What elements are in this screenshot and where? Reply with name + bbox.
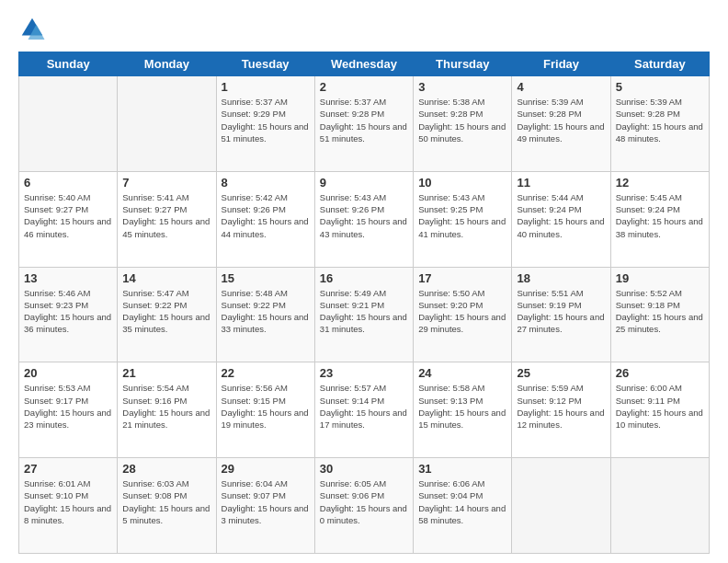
daylight: Daylight: 15 hours and 17 minutes. (320, 408, 407, 430)
calendar-cell: 3 Sunrise: 5:38 AM Sunset: 9:28 PM Dayli… (414, 76, 512, 172)
sunrise: Sunrise: 5:49 AM (320, 288, 386, 298)
sunrise: Sunrise: 6:00 AM (616, 383, 682, 393)
daylight: Daylight: 15 hours and 38 minutes. (616, 216, 703, 238)
calendar-header-row: SundayMondayTuesdayWednesdayThursdayFrid… (19, 52, 710, 76)
daylight: Daylight: 15 hours and 27 minutes. (517, 312, 604, 334)
sunrise: Sunrise: 5:56 AM (222, 383, 288, 393)
sunset: Sunset: 9:11 PM (616, 396, 680, 406)
day-number: 3 (418, 80, 506, 94)
day-info: Sunrise: 6:06 AM Sunset: 9:04 PM Dayligh… (418, 477, 506, 526)
day-info: Sunrise: 5:43 AM Sunset: 9:25 PM Dayligh… (418, 191, 506, 240)
weekday-header: Monday (118, 52, 216, 76)
sunrise: Sunrise: 5:58 AM (418, 383, 484, 393)
calendar-cell: 18 Sunrise: 5:51 AM Sunset: 9:19 PM Dayl… (512, 267, 610, 362)
weekday-header: Friday (512, 52, 610, 76)
day-info: Sunrise: 5:39 AM Sunset: 9:28 PM Dayligh… (616, 96, 704, 144)
calendar-cell: 29 Sunrise: 6:04 AM Sunset: 9:07 PM Dayl… (216, 458, 314, 554)
calendar-cell: 15 Sunrise: 5:48 AM Sunset: 9:22 PM Dayl… (216, 267, 314, 362)
daylight: Daylight: 15 hours and 46 minutes. (24, 216, 111, 238)
calendar-cell: 1 Sunrise: 5:37 AM Sunset: 9:29 PM Dayli… (216, 76, 314, 172)
sunrise: Sunrise: 5:38 AM (418, 97, 484, 107)
day-info: Sunrise: 5:59 AM Sunset: 9:12 PM Dayligh… (517, 382, 605, 431)
sunset: Sunset: 9:21 PM (320, 300, 384, 310)
day-info: Sunrise: 5:47 AM Sunset: 9:22 PM Dayligh… (122, 287, 210, 336)
day-info: Sunrise: 5:42 AM Sunset: 9:26 PM Dayligh… (222, 191, 310, 240)
sunrise: Sunrise: 5:41 AM (122, 192, 188, 202)
day-number: 24 (418, 366, 506, 380)
day-info: Sunrise: 5:51 AM Sunset: 9:19 PM Dayligh… (517, 287, 605, 336)
calendar-cell (19, 76, 118, 172)
weekday-header: Sunday (19, 52, 118, 76)
daylight: Daylight: 15 hours and 51 minutes. (222, 121, 309, 144)
day-info: Sunrise: 5:40 AM Sunset: 9:27 PM Dayligh… (24, 191, 112, 240)
calendar-cell: 27 Sunrise: 6:01 AM Sunset: 9:10 PM Dayl… (19, 458, 118, 554)
calendar-cell: 9 Sunrise: 5:43 AM Sunset: 9:26 PM Dayli… (314, 171, 413, 267)
weekday-header: Saturday (610, 52, 709, 76)
daylight: Daylight: 15 hours and 12 minutes. (517, 408, 604, 430)
calendar-cell: 17 Sunrise: 5:50 AM Sunset: 9:20 PM Dayl… (414, 267, 512, 362)
day-number: 12 (616, 176, 704, 190)
sunset: Sunset: 9:23 PM (24, 300, 88, 310)
logo-icon (18, 15, 46, 42)
daylight: Daylight: 15 hours and 15 minutes. (418, 408, 506, 430)
day-info: Sunrise: 5:52 AM Sunset: 9:18 PM Dayligh… (616, 287, 704, 336)
day-number: 14 (122, 271, 210, 285)
sunset: Sunset: 9:17 PM (24, 396, 88, 406)
daylight: Daylight: 15 hours and 21 minutes. (122, 408, 210, 430)
sunset: Sunset: 9:27 PM (122, 204, 187, 214)
calendar-cell: 28 Sunrise: 6:03 AM Sunset: 9:08 PM Dayl… (118, 458, 216, 554)
day-info: Sunrise: 5:45 AM Sunset: 9:24 PM Dayligh… (616, 191, 704, 240)
sunset: Sunset: 9:20 PM (418, 300, 483, 310)
calendar-cell: 14 Sunrise: 5:47 AM Sunset: 9:22 PM Dayl… (118, 267, 216, 362)
day-info: Sunrise: 5:58 AM Sunset: 9:13 PM Dayligh… (418, 382, 506, 431)
sunrise: Sunrise: 5:51 AM (517, 288, 583, 298)
sunset: Sunset: 9:25 PM (418, 204, 483, 214)
sunset: Sunset: 9:07 PM (222, 490, 286, 500)
calendar-cell: 2 Sunrise: 5:37 AM Sunset: 9:28 PM Dayli… (314, 76, 413, 172)
sunset: Sunset: 9:24 PM (616, 204, 680, 214)
calendar-cell: 26 Sunrise: 6:00 AM Sunset: 9:11 PM Dayl… (610, 362, 709, 458)
daylight: Daylight: 15 hours and 25 minutes. (616, 312, 703, 334)
day-info: Sunrise: 5:37 AM Sunset: 9:28 PM Dayligh… (320, 96, 408, 144)
day-number: 18 (517, 271, 605, 285)
sunrise: Sunrise: 5:48 AM (222, 288, 288, 298)
sunset: Sunset: 9:06 PM (320, 490, 384, 500)
calendar-cell (610, 458, 709, 554)
daylight: Daylight: 15 hours and 41 minutes. (418, 216, 506, 238)
calendar-week-row: 13 Sunrise: 5:46 AM Sunset: 9:23 PM Dayl… (19, 267, 710, 362)
sunset: Sunset: 9:28 PM (320, 109, 384, 119)
sunset: Sunset: 9:26 PM (320, 204, 384, 214)
sunset: Sunset: 9:24 PM (517, 204, 581, 214)
sunrise: Sunrise: 5:53 AM (24, 383, 90, 393)
calendar-cell: 13 Sunrise: 5:46 AM Sunset: 9:23 PM Dayl… (19, 267, 118, 362)
day-number: 7 (122, 176, 210, 190)
calendar-cell: 22 Sunrise: 5:56 AM Sunset: 9:15 PM Dayl… (216, 362, 314, 458)
calendar-cell: 7 Sunrise: 5:41 AM Sunset: 9:27 PM Dayli… (118, 171, 216, 267)
daylight: Daylight: 15 hours and 8 minutes. (24, 503, 111, 525)
sunrise: Sunrise: 5:40 AM (24, 192, 90, 202)
calendar-week-row: 1 Sunrise: 5:37 AM Sunset: 9:29 PM Dayli… (19, 76, 710, 172)
day-number: 16 (320, 271, 408, 285)
sunset: Sunset: 9:04 PM (418, 490, 483, 500)
sunset: Sunset: 9:18 PM (616, 300, 680, 310)
sunrise: Sunrise: 6:03 AM (122, 478, 188, 488)
daylight: Daylight: 15 hours and 10 minutes. (616, 408, 703, 430)
calendar-cell: 21 Sunrise: 5:54 AM Sunset: 9:16 PM Dayl… (118, 362, 216, 458)
sunset: Sunset: 9:22 PM (222, 300, 286, 310)
day-number: 10 (418, 176, 506, 190)
sunrise: Sunrise: 5:37 AM (320, 97, 386, 107)
calendar-cell: 30 Sunrise: 6:05 AM Sunset: 9:06 PM Dayl… (314, 458, 413, 554)
day-info: Sunrise: 5:57 AM Sunset: 9:14 PM Dayligh… (320, 382, 408, 431)
calendar-cell (118, 76, 216, 172)
day-number: 27 (24, 462, 112, 476)
sunrise: Sunrise: 5:46 AM (24, 288, 90, 298)
sunset: Sunset: 9:15 PM (222, 396, 286, 406)
daylight: Daylight: 15 hours and 23 minutes. (24, 408, 111, 430)
day-number: 20 (24, 366, 112, 380)
day-number: 31 (418, 462, 506, 476)
day-number: 5 (616, 80, 704, 94)
calendar-week-row: 27 Sunrise: 6:01 AM Sunset: 9:10 PM Dayl… (19, 458, 710, 554)
sunrise: Sunrise: 5:50 AM (418, 288, 484, 298)
day-number: 29 (222, 462, 310, 476)
sunrise: Sunrise: 6:04 AM (222, 478, 288, 488)
